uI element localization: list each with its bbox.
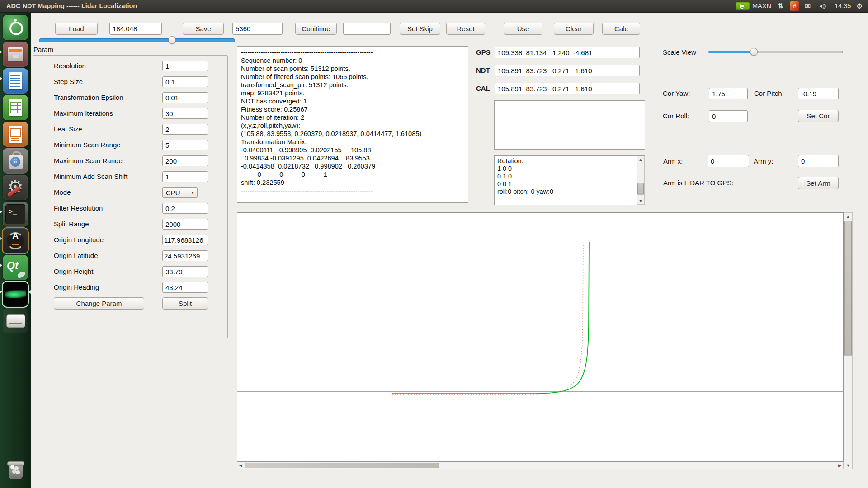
param-input-transformation-epsilon[interactable] <box>162 92 208 103</box>
libreoffice-writer-icon[interactable] <box>3 68 28 94</box>
scroll-up-icon[interactable]: ▲ <box>844 213 853 220</box>
nvidia-eye-glyph <box>740 4 745 9</box>
session-gear-icon[interactable]: ⚙ <box>856 0 863 12</box>
calc-button[interactable]: Calc <box>602 23 640 35</box>
reset-button[interactable]: Reset <box>446 23 485 35</box>
volume-icon[interactable]: ◄)) <box>818 0 825 12</box>
set-cor-button[interactable]: Set Cor <box>798 110 839 122</box>
lidar-mapping-app-icon[interactable] <box>3 282 28 307</box>
cal-label: CAL <box>476 83 490 94</box>
libreoffice-impress-icon[interactable] <box>3 122 28 147</box>
gps-track-line <box>392 243 583 394</box>
cor-yaw-input[interactable] <box>709 88 748 99</box>
param-input-maximum-scan-range[interactable] <box>162 155 208 166</box>
scale-slider-handle[interactable] <box>750 48 758 56</box>
param-input-leaf-size[interactable] <box>162 124 208 135</box>
save-button[interactable]: Save <box>183 23 224 35</box>
scroll-down-icon[interactable]: ▼ <box>637 198 645 204</box>
chevron-down-icon: ▾ <box>191 190 194 196</box>
continue-button[interactable]: Conitinue <box>295 23 337 35</box>
running-indicator <box>0 210 2 214</box>
mode-dropdown[interactable]: CPU ▾ <box>162 187 198 198</box>
files-icon[interactable] <box>3 42 28 67</box>
param-input-origin-heading[interactable] <box>162 282 208 293</box>
trash-icon[interactable] <box>3 457 28 483</box>
clear-button[interactable]: Clear <box>554 23 594 35</box>
cor-pitch-label: Cor Pitch: <box>754 88 784 99</box>
window-title: ADC NDT Mapping ------ Lidar Localizatio… <box>6 0 137 12</box>
load-value-input[interactable] <box>109 23 162 35</box>
scroll-down-icon[interactable]: ▼ <box>844 462 853 469</box>
cor-pitch-input[interactable] <box>798 88 839 99</box>
ubuntu-software-icon[interactable]: ⠿ <box>3 148 28 174</box>
scroll-right-icon[interactable]: ▶ <box>836 462 843 469</box>
scroll-left-icon[interactable]: ◀ <box>237 462 244 469</box>
param-input-split-range[interactable] <box>162 219 208 230</box>
plot-vertical-scrollbar-thumb[interactable] <box>844 221 852 356</box>
running-indicator <box>0 263 2 267</box>
param-label-origin-latitude: Origin Latitude <box>54 250 98 261</box>
split-button[interactable]: Split <box>162 297 208 310</box>
param-label-minimum-scan-range: Minimum Scan Range <box>54 140 121 150</box>
arm-note-label: Arm is LIDAR TO GPS: <box>663 177 733 189</box>
set-arm-button[interactable]: Set Arm <box>798 177 839 189</box>
cor-roll-input[interactable] <box>709 110 748 122</box>
ubuntu-logo-dot <box>14 19 17 22</box>
system-settings-icon[interactable]: ⚙ <box>3 175 28 200</box>
arm-x-label: Arm x: <box>663 155 683 167</box>
terminal-icon[interactable]: >_ <box>3 202 28 227</box>
scale-view-label: Scale View <box>663 48 696 56</box>
qt-logo-text: Qt <box>7 260 19 272</box>
param-input-maximum-iterations[interactable] <box>162 108 208 119</box>
param-input-minimum-add-scan-shift[interactable] <box>162 171 208 182</box>
param-label-transformation-epsilon: Transformation Epsilon <box>54 92 123 103</box>
ndt-value-input[interactable] <box>495 65 640 76</box>
scale-slider-track[interactable] <box>753 51 843 53</box>
param-input-filter-resolution[interactable] <box>162 203 208 214</box>
save-value-input[interactable] <box>232 23 283 35</box>
drive-glyph <box>6 314 25 328</box>
load-button[interactable]: Load <box>55 23 98 35</box>
launcher-dock: ⠿ ⚙ >_ A Qt <box>0 12 31 488</box>
arm-x-input[interactable] <box>708 155 749 167</box>
map-plot-canvas[interactable] <box>237 212 844 462</box>
param-input-origin-height[interactable] <box>162 266 208 277</box>
cal-value-input[interactable] <box>495 83 640 94</box>
scroll-up-icon[interactable]: ▲ <box>637 156 645 163</box>
ubuntu-logo-ring <box>9 22 23 35</box>
input-method-icon[interactable]: # <box>790 1 799 11</box>
scale-slider-filled[interactable] <box>708 51 753 53</box>
cor-yaw-label: Cor Yaw: <box>663 88 690 99</box>
param-input-step-size[interactable] <box>162 76 208 87</box>
rotation-text: Rotation: 1 0 0 0 1 0 0 0 1 roll:0 pitch… <box>497 157 553 196</box>
plot-horizontal-scrollbar-thumb[interactable] <box>245 463 439 468</box>
param-input-origin-latitude[interactable] <box>162 250 208 261</box>
preview-box <box>494 100 645 150</box>
ubuntu-dash-icon[interactable] <box>3 15 28 40</box>
mail-icon[interactable]: ✉ <box>805 0 811 12</box>
use-button[interactable]: Use <box>504 23 542 35</box>
disk-drive-icon[interactable] <box>3 308 28 333</box>
clock[interactable]: 14:35 <box>835 0 851 12</box>
qt-creator-icon[interactable]: Qt <box>3 255 28 280</box>
network-arrows-icon[interactable]: ⇅ <box>778 0 783 12</box>
libreoffice-calc-icon[interactable] <box>3 95 28 120</box>
set-skip-button[interactable]: Set Skip <box>400 23 440 35</box>
position-slider-handle[interactable] <box>168 36 176 44</box>
gps-label: GPS <box>476 47 491 58</box>
ndt-trajectory-line <box>392 242 589 394</box>
rotation-scrollbar-thumb[interactable] <box>637 183 644 195</box>
gps-value-input[interactable] <box>495 47 640 58</box>
nvidia-icon[interactable] <box>736 2 750 10</box>
trash-rim-glyph <box>7 461 24 466</box>
param-input-resolution[interactable] <box>162 61 208 71</box>
change-param-button[interactable]: Change Param <box>54 297 144 310</box>
arm-y-input[interactable] <box>798 155 839 167</box>
rotation-scrollbar[interactable] <box>637 156 645 205</box>
software-updater-icon[interactable]: A <box>3 228 28 253</box>
param-input-origin-longitude[interactable] <box>162 235 208 245</box>
param-label-origin-height: Origin Height <box>54 266 94 277</box>
param-input-minimum-scan-range[interactable] <box>162 140 208 150</box>
continue-value-input[interactable] <box>343 23 391 35</box>
position-slider-track[interactable] <box>39 38 235 42</box>
